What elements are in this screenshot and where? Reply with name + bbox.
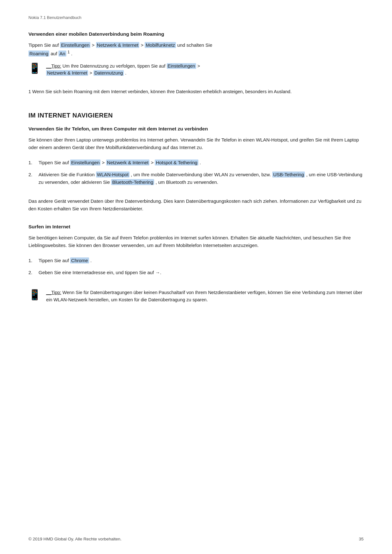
tip1-gt1: > [197, 63, 200, 69]
roaming-highlight: Roaming [28, 51, 49, 57]
tip-text-2: __Tipp: Wenn Sie für Datenübertragungen … [46, 289, 364, 303]
tip-icon-2: 📱 [28, 290, 41, 300]
page-header: Nokia 7.1 Benutzerhandbuch [28, 15, 364, 20]
list1-end: . [200, 160, 201, 165]
section3-list1-chrome: Chrome [70, 257, 89, 263]
section3-intro: Sie benötigen keinen Computer, da Sie au… [28, 234, 364, 249]
tip1-datennutzung: Datennutzung [93, 70, 124, 76]
list2-bluetooth: Bluetooth-Tethering [111, 179, 154, 185]
tip2-text: Wenn Sie für Datenübertragungen über kei… [46, 290, 362, 302]
tip1-label: __Tipp: [46, 63, 61, 69]
list1-netzwerk: Netzwerk & Internet [106, 160, 150, 166]
header-title: Nokia 7.1 Benutzerhandbuch [28, 15, 81, 20]
section3-list-content-1: Tippen Sie auf Chrome . [39, 257, 364, 264]
list1-before: Tippen Sie auf [39, 160, 69, 165]
gt1: > [92, 42, 96, 48]
tip1-gt2: > [89, 70, 93, 75]
list2-middle1: , um Ihre mobile Datenverbindung über WL… [131, 172, 271, 177]
tip1-netzwerk: Netzwerk & Internet [46, 70, 88, 76]
section3-list-number-2: 2. [28, 269, 35, 276]
section3-list-number-1: 1. [28, 257, 35, 264]
list1-hotspot: Hotspot & Tethering [155, 160, 198, 166]
tip1-end: . [125, 70, 126, 75]
section2-paragraph-after: Das andere Gerät verwendet Daten über Ih… [28, 197, 364, 213]
tip1-einstellungen: Einstellungen [167, 63, 196, 69]
list2-wlan: WLAN-Hotspot [96, 172, 130, 178]
section2-subheading: Verwenden Sie Ihr Telefon, um Ihren Comp… [28, 126, 364, 132]
list-content-2: Aktivieren Sie die Funktion WLAN-Hotspot… [39, 171, 364, 186]
tip2-label: __Tipp: [46, 290, 61, 295]
gt2: > [141, 42, 145, 48]
section1-p1-middle: und schalten Sie [177, 42, 212, 48]
mobilfunknetz-highlight: Mobilfunknetz [145, 42, 176, 48]
einstellungen-highlight-1: Einstellungen [60, 42, 90, 48]
page: Nokia 7.1 Benutzerhandbuch Verwenden ein… [0, 0, 392, 554]
list2-end: , um Bluetooth zu verwenden. [155, 179, 218, 185]
section3-list1-end: . [90, 258, 92, 263]
section3-list-item-1: 1. Tippen Sie auf Chrome . [28, 257, 364, 264]
section3-list-content-2: Geben Sie eine Internetadresse ein, und … [39, 269, 364, 276]
list-item-1: 1. Tippen Sie auf Einstellungen > Netzwe… [28, 159, 364, 166]
section3-list-item-2: 2. Geben Sie eine Internetadresse ein, u… [28, 269, 364, 276]
section1-heading: Verwenden einer mobilen Datenverbindung … [28, 31, 364, 37]
section2-intro: Sie können über Ihren Laptop unterwegs p… [28, 136, 364, 151]
netzwerk-highlight-1: Netzwerk & Internet [96, 42, 140, 48]
list1-gt1: > [102, 160, 106, 165]
section1-footnote: 1 Wenn Sie sich beim Roaming mit dem Int… [28, 88, 364, 95]
tip1-text: Um Ihre Datennutzung zu verfolgen, tippe… [63, 63, 166, 69]
section2-heading-large: IM INTERNET NAVIGIEREN [28, 112, 364, 119]
list-number-1: 1. [28, 159, 35, 166]
list2-before: Aktivieren Sie die Funktion [39, 172, 95, 177]
list1-einstellungen: Einstellungen [70, 160, 100, 166]
footer-page-number: 35 [359, 537, 364, 541]
section1-paragraph1: Tippen Sie auf Einstellungen > Netzwerk … [28, 41, 364, 57]
tip-box-1: 📱 __Tipp: Um Ihre Datennutzung zu verfol… [28, 63, 364, 77]
list-content-1: Tippen Sie auf Einstellungen > Netzwerk … [39, 159, 364, 166]
tip-icon-1: 📱 [28, 63, 41, 73]
footer-copyright: © 2019 HMD Global Oy. Alle Rechte vorbeh… [28, 537, 122, 541]
list2-usb: USB-Tethering [272, 172, 305, 178]
section3-subheading: Surfen im Internet [28, 224, 364, 230]
tip-text-1: __Tipp: Um Ihre Datennutzung zu verfolge… [46, 63, 200, 77]
list-number-2: 2. [28, 171, 35, 186]
section3-list1-before: Tippen Sie auf [39, 258, 69, 263]
section1-p1-end: . [71, 51, 72, 56]
an-highlight: An [58, 51, 66, 57]
auf-text: auf [51, 51, 58, 56]
tip-box-2: 📱 __Tipp: Wenn Sie für Datenübertragunge… [28, 289, 364, 303]
section1-p1-before: Tippen Sie auf [28, 42, 59, 48]
list-item-2: 2. Aktivieren Sie die Funktion WLAN-Hots… [28, 171, 364, 186]
page-footer: © 2019 HMD Global Oy. Alle Rechte vorbeh… [28, 537, 364, 541]
list1-gt2: > [151, 160, 155, 165]
superscript-1: 1 [68, 50, 70, 54]
